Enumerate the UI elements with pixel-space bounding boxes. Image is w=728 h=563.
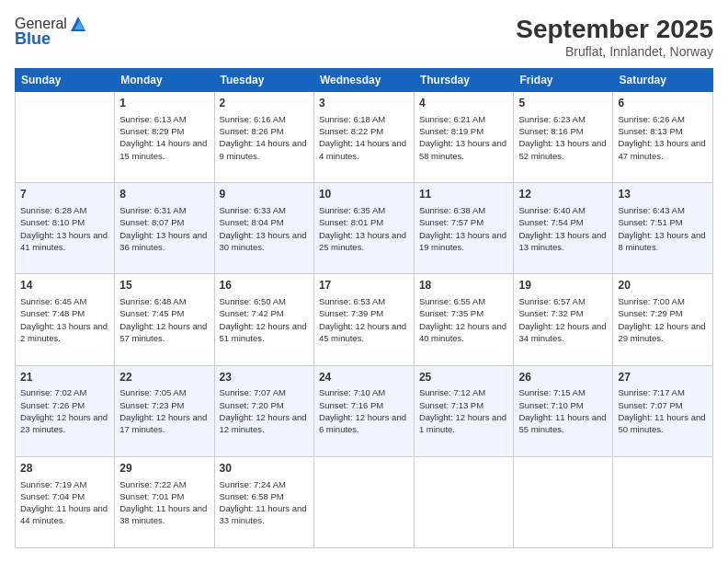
calendar-cell: 10Sunrise: 6:35 AMSunset: 8:01 PMDayligh… — [313, 183, 414, 274]
sunset-text: Sunset: 7:57 PM — [419, 216, 509, 228]
day-number: 7 — [20, 187, 109, 202]
calendar-cell: 4Sunrise: 6:21 AMSunset: 8:19 PMDaylight… — [414, 92, 514, 183]
day-info: Sunrise: 6:33 AMSunset: 8:04 PMDaylight:… — [220, 204, 309, 253]
day-info: Sunrise: 7:19 AMSunset: 7:04 PMDaylight:… — [20, 478, 109, 527]
day-number: 25 — [419, 370, 509, 385]
day-number: 6 — [618, 96, 708, 111]
col-sunday: Sunday — [16, 69, 115, 92]
day-number: 19 — [518, 278, 608, 293]
sunrise-text: Sunrise: 7:17 AM — [618, 386, 708, 398]
sunrise-text: Sunrise: 6:18 AM — [319, 113, 409, 125]
calendar-cell — [514, 456, 613, 547]
day-number: 27 — [618, 370, 708, 385]
sunset-text: Sunset: 7:10 PM — [518, 399, 608, 411]
day-info: Sunrise: 6:40 AMSunset: 7:54 PMDaylight:… — [518, 204, 608, 253]
main-title: September 2025 — [516, 15, 713, 44]
day-info: Sunrise: 6:18 AMSunset: 8:22 PMDaylight:… — [319, 113, 409, 162]
day-number: 29 — [119, 461, 209, 477]
daylight-text: Daylight: 12 hours and 29 minutes. — [618, 320, 708, 345]
day-number: 15 — [119, 278, 209, 293]
calendar-table: Sunday Monday Tuesday Wednesday Thursday… — [15, 68, 713, 548]
day-number: 28 — [20, 461, 109, 477]
day-info: Sunrise: 7:05 AMSunset: 7:23 PMDaylight:… — [119, 386, 209, 435]
daylight-text: Daylight: 13 hours and 13 minutes. — [518, 229, 608, 254]
day-number: 5 — [518, 96, 608, 111]
sunrise-text: Sunrise: 6:31 AM — [119, 204, 209, 216]
sunrise-text: Sunrise: 6:40 AM — [518, 204, 608, 216]
sunset-text: Sunset: 7:20 PM — [220, 399, 309, 411]
calendar-cell: 7Sunrise: 6:28 AMSunset: 8:10 PMDaylight… — [16, 183, 115, 274]
day-number: 3 — [319, 96, 409, 111]
sunrise-text: Sunrise: 7:05 AM — [119, 386, 209, 398]
sunset-text: Sunset: 8:22 PM — [319, 125, 409, 137]
daylight-text: Daylight: 13 hours and 36 minutes. — [119, 229, 209, 254]
calendar-cell: 29Sunrise: 7:22 AMSunset: 7:01 PMDayligh… — [115, 456, 214, 547]
sunset-text: Sunset: 7:39 PM — [319, 307, 409, 319]
day-number: 13 — [618, 187, 708, 202]
daylight-text: Daylight: 12 hours and 51 minutes. — [220, 320, 309, 345]
day-number: 22 — [119, 370, 209, 385]
sunrise-text: Sunrise: 6:28 AM — [20, 204, 109, 216]
day-info: Sunrise: 7:00 AMSunset: 7:29 PMDaylight:… — [618, 295, 708, 344]
calendar-cell: 16Sunrise: 6:50 AMSunset: 7:42 PMDayligh… — [214, 274, 313, 365]
sunset-text: Sunset: 7:26 PM — [20, 399, 109, 411]
calendar-row-0: 1Sunrise: 6:13 AMSunset: 8:29 PMDaylight… — [16, 92, 713, 183]
calendar-cell — [613, 456, 713, 547]
daylight-text: Daylight: 11 hours and 38 minutes. — [119, 502, 209, 527]
daylight-text: Daylight: 13 hours and 47 minutes. — [618, 137, 708, 162]
calendar-cell: 17Sunrise: 6:53 AMSunset: 7:39 PMDayligh… — [313, 274, 414, 365]
sunset-text: Sunset: 7:35 PM — [419, 307, 509, 319]
sunrise-text: Sunrise: 7:19 AM — [20, 478, 109, 490]
calendar-cell: 28Sunrise: 7:19 AMSunset: 7:04 PMDayligh… — [16, 456, 115, 547]
day-info: Sunrise: 6:48 AMSunset: 7:45 PMDaylight:… — [119, 295, 209, 344]
sunrise-text: Sunrise: 6:21 AM — [419, 113, 509, 125]
sunset-text: Sunset: 8:26 PM — [220, 125, 309, 137]
day-number: 26 — [518, 370, 608, 385]
calendar-cell: 20Sunrise: 7:00 AMSunset: 7:29 PMDayligh… — [613, 274, 713, 365]
daylight-text: Daylight: 12 hours and 57 minutes. — [119, 320, 209, 345]
sunrise-text: Sunrise: 6:57 AM — [518, 295, 608, 307]
calendar-cell: 25Sunrise: 7:12 AMSunset: 7:13 PMDayligh… — [414, 365, 514, 456]
sunset-text: Sunset: 7:29 PM — [618, 307, 708, 319]
calendar-cell: 9Sunrise: 6:33 AMSunset: 8:04 PMDaylight… — [214, 183, 313, 274]
day-info: Sunrise: 6:55 AMSunset: 7:35 PMDaylight:… — [419, 295, 509, 344]
day-number: 17 — [319, 278, 409, 293]
daylight-text: Daylight: 14 hours and 15 minutes. — [119, 137, 209, 162]
calendar-cell — [16, 92, 115, 183]
col-friday: Friday — [514, 69, 613, 92]
day-number: 21 — [20, 370, 109, 385]
sunset-text: Sunset: 7:42 PM — [220, 307, 309, 319]
sunrise-text: Sunrise: 6:35 AM — [319, 204, 409, 216]
day-number: 23 — [220, 370, 309, 385]
sunrise-text: Sunrise: 6:26 AM — [618, 113, 708, 125]
day-info: Sunrise: 7:02 AMSunset: 7:26 PMDaylight:… — [20, 386, 109, 435]
daylight-text: Daylight: 11 hours and 50 minutes. — [618, 411, 708, 436]
daylight-text: Daylight: 12 hours and 40 minutes. — [419, 320, 509, 345]
day-number: 2 — [220, 96, 309, 111]
sunset-text: Sunset: 7:23 PM — [119, 399, 209, 411]
day-info: Sunrise: 6:13 AMSunset: 8:29 PMDaylight:… — [119, 113, 209, 162]
logo-icon — [69, 15, 87, 33]
daylight-text: Daylight: 13 hours and 58 minutes. — [419, 137, 509, 162]
sunrise-text: Sunrise: 6:48 AM — [119, 295, 209, 307]
header-row: Sunday Monday Tuesday Wednesday Thursday… — [16, 69, 713, 92]
day-info: Sunrise: 7:07 AMSunset: 7:20 PMDaylight:… — [220, 386, 309, 435]
calendar-cell: 3Sunrise: 6:18 AMSunset: 8:22 PMDaylight… — [313, 92, 414, 183]
daylight-text: Daylight: 14 hours and 4 minutes. — [319, 137, 409, 162]
sunrise-text: Sunrise: 7:07 AM — [220, 386, 309, 398]
day-info: Sunrise: 6:23 AMSunset: 8:16 PMDaylight:… — [518, 113, 608, 162]
sunrise-text: Sunrise: 6:33 AM — [220, 204, 309, 216]
day-number: 24 — [319, 370, 409, 385]
sunset-text: Sunset: 8:13 PM — [618, 125, 708, 137]
day-number: 20 — [618, 278, 708, 293]
col-saturday: Saturday — [613, 69, 713, 92]
calendar-row-4: 28Sunrise: 7:19 AMSunset: 7:04 PMDayligh… — [16, 456, 713, 547]
sunrise-text: Sunrise: 6:13 AM — [119, 113, 209, 125]
day-info: Sunrise: 6:16 AMSunset: 8:26 PMDaylight:… — [220, 113, 309, 162]
calendar-cell: 30Sunrise: 7:24 AMSunset: 6:58 PMDayligh… — [214, 456, 313, 547]
day-info: Sunrise: 6:57 AMSunset: 7:32 PMDaylight:… — [518, 295, 608, 344]
sunrise-text: Sunrise: 7:24 AM — [220, 478, 309, 490]
daylight-text: Daylight: 12 hours and 1 minute. — [419, 411, 509, 436]
day-number: 18 — [419, 278, 509, 293]
sunset-text: Sunset: 7:48 PM — [20, 307, 109, 319]
